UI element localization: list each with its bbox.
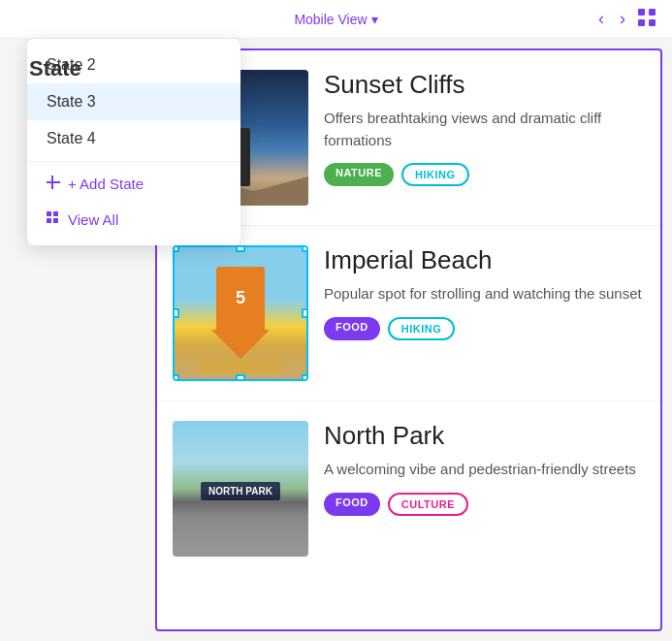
resize-handle-br[interactable]: [302, 374, 308, 381]
dropdown-divider: [27, 161, 240, 162]
dropdown-item-state4[interactable]: State 4: [27, 120, 240, 157]
north-park-title: North Park: [324, 421, 645, 451]
tag-food-1[interactable]: FOOD: [324, 317, 380, 340]
sunset-cliffs-tags: NATURE HIKING: [324, 163, 645, 186]
svg-rect-5: [53, 211, 58, 216]
north-park-info: North Park A welcoming vibe and pedestri…: [324, 421, 645, 516]
tag-hiking-2[interactable]: HIKING: [388, 317, 456, 340]
resize-handle-tm[interactable]: [236, 245, 245, 252]
svg-rect-4: [47, 211, 51, 216]
svg-rect-1: [649, 9, 656, 16]
imperial-beach-title: Imperial Beach: [324, 245, 645, 275]
imperial-beach-photo: 5: [175, 247, 306, 379]
resize-handle-ml[interactable]: [173, 308, 179, 318]
resize-handle-bl[interactable]: [173, 374, 179, 381]
tag-hiking-1[interactable]: HIKING: [401, 163, 469, 186]
add-state-label: + Add State: [68, 176, 144, 192]
sunset-cliffs-title: Sunset Cliffs: [324, 70, 645, 100]
imperial-beach-info: Imperial Beach Popular spot for strollin…: [324, 245, 645, 340]
north-park-tags: FOOD CULTURE: [324, 493, 645, 516]
svg-rect-7: [53, 218, 58, 223]
place-card-imperial-beach: 5 Imperial Beach Popular spot for stroll…: [157, 226, 660, 401]
prev-button[interactable]: ‹: [594, 7, 608, 31]
next-button[interactable]: ›: [616, 7, 629, 31]
tag-nature[interactable]: NATURE: [324, 163, 394, 186]
grid-small-icon: [47, 211, 60, 228]
mobile-view-button[interactable]: Mobile View ▾: [294, 12, 377, 27]
tag-culture[interactable]: CULTURE: [388, 493, 468, 516]
svg-rect-6: [47, 218, 51, 223]
imperial-beach-description: Popular spot for strolling and watching …: [324, 283, 645, 305]
mobile-view-label: Mobile View: [294, 12, 367, 27]
top-bar: Mobile View ▾ ‹ ›: [0, 0, 672, 39]
dropdown-item-state3[interactable]: State 3: [27, 83, 240, 120]
tag-food-2[interactable]: FOOD: [324, 493, 380, 516]
lifeguard-tower: 5: [216, 267, 265, 330]
svg-rect-0: [638, 9, 645, 16]
state-label: State: [29, 56, 81, 81]
dropdown-arrow-icon: ▾: [371, 12, 378, 27]
resize-handle-bm[interactable]: [236, 374, 245, 381]
north-park-image: NORTH PARK: [173, 421, 308, 557]
view-all-button[interactable]: View All: [27, 202, 240, 238]
grid-icon[interactable]: [637, 8, 656, 31]
resize-handle-tr[interactable]: [302, 245, 308, 252]
place-card-north-park: NORTH PARK North Park A welcoming vibe a…: [157, 401, 660, 576]
north-park-sign: NORTH PARK: [201, 482, 280, 500]
top-bar-controls: ‹ ›: [594, 7, 656, 31]
view-all-label: View All: [68, 211, 118, 228]
add-state-button[interactable]: + Add State: [27, 166, 240, 202]
sunset-cliffs-info: Sunset Cliffs Offers breathtaking views …: [324, 70, 645, 186]
imperial-beach-tags: FOOD HIKING: [324, 317, 645, 340]
svg-rect-3: [649, 19, 656, 26]
plus-icon: [47, 176, 60, 192]
resize-handle-tl[interactable]: [173, 245, 179, 252]
main-area: State State 2 State 3 State 4 + Add Stat…: [0, 39, 672, 641]
svg-rect-2: [638, 19, 645, 26]
north-park-description: A welcoming vibe and pedestrian-friendly…: [324, 459, 645, 481]
resize-handle-mr[interactable]: [302, 308, 308, 318]
tower-number: 5: [236, 288, 245, 308]
north-park-photo: NORTH PARK: [173, 421, 308, 557]
imperial-beach-image[interactable]: 5: [173, 245, 308, 381]
sunset-cliffs-description: Offers breathtaking views and dramatic c…: [324, 108, 645, 151]
